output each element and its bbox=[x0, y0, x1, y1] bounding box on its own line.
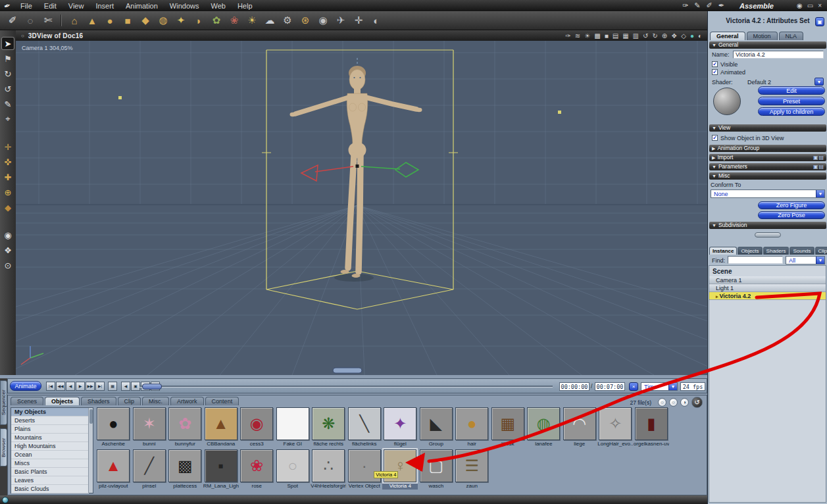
category-ocean[interactable]: Ocean bbox=[11, 451, 89, 459]
tab-clips[interactable]: Clips bbox=[815, 247, 827, 255]
layout-grid-icon[interactable]: ▦ bbox=[622, 32, 628, 39]
menu-insert[interactable]: Insert bbox=[89, 2, 120, 10]
torus-icon[interactable]: ◍ bbox=[156, 13, 170, 28]
translate-plane-tool[interactable]: ✜ bbox=[1, 155, 14, 168]
find-filter-dropdown[interactable]: All ▼ bbox=[786, 256, 825, 265]
dropdown-arrow-icon[interactable]: ▼ bbox=[816, 190, 824, 197]
range-start-button[interactable]: ◀ bbox=[121, 382, 130, 391]
rotate-view-icon[interactable]: ↻ bbox=[652, 32, 657, 39]
category-plains[interactable]: Plains bbox=[11, 425, 89, 434]
section-action-icons[interactable]: ▣▤ bbox=[813, 163, 824, 170]
asset-cess3[interactable]: ◉ cess3 bbox=[239, 407, 275, 447]
target-tool[interactable]: ⌖ bbox=[1, 113, 14, 126]
asset-thumbnail-image[interactable]: ▢ bbox=[420, 449, 453, 482]
asset-lanafee[interactable]: ◍ lanafee bbox=[526, 407, 562, 447]
hourglass-toggle-icon[interactable]: × bbox=[629, 382, 638, 391]
menu-windows[interactable]: Windows bbox=[164, 2, 205, 10]
category-basic-clouds[interactable]: Basic Clouds bbox=[11, 485, 89, 493]
visible-checkbox[interactable]: ✓ bbox=[712, 61, 718, 67]
menu-view[interactable]: View bbox=[63, 2, 90, 10]
category-deserts[interactable]: Deserts bbox=[11, 416, 89, 425]
section-import[interactable]: ▶Import ▣▤ bbox=[709, 154, 826, 161]
asset-thumbnail-image[interactable]: ○ bbox=[276, 449, 309, 482]
section-general[interactable]: ▼General bbox=[709, 41, 826, 49]
menu-web[interactable]: Web bbox=[205, 2, 231, 10]
layout-columns-icon[interactable]: ▥ bbox=[633, 32, 639, 39]
restore-button[interactable]: ▭ bbox=[807, 2, 813, 9]
play-button[interactable]: ▶ bbox=[76, 382, 85, 391]
animate-button[interactable]: Animate bbox=[10, 381, 41, 391]
asset-flaeche-rechts[interactable]: ❋ fläche rechts bbox=[311, 407, 347, 447]
tab-motion[interactable]: Motion bbox=[747, 32, 778, 40]
asset-cbbandana[interactable]: ▲ CBBandana bbox=[203, 407, 239, 447]
cube-icon[interactable]: ■ bbox=[120, 13, 135, 28]
tab-content[interactable]: Content bbox=[205, 397, 239, 405]
asset-hair[interactable]: ● hair bbox=[454, 407, 490, 447]
layout-rows-icon[interactable]: ▤ bbox=[613, 32, 618, 39]
close-button[interactable]: × bbox=[818, 2, 822, 9]
universal-manipulator-tool[interactable]: ⊕ bbox=[1, 186, 14, 199]
display-mode-icon[interactable]: ◐ bbox=[698, 32, 702, 39]
asset-thumbnail-image[interactable]: ▮ bbox=[635, 407, 668, 440]
asset-zaun[interactable]: ☰ zaun bbox=[454, 449, 490, 490]
zero-pose-button[interactable]: Zero Pose bbox=[758, 211, 825, 219]
flower-icon[interactable]: ❀ bbox=[227, 13, 241, 28]
name-field[interactable] bbox=[733, 51, 824, 59]
asset-kiosk[interactable]: ▦ Kiosk bbox=[490, 407, 526, 447]
room-icon-2[interactable]: ○ bbox=[669, 398, 678, 407]
tree-item-victoria-4-2[interactable]: ▸Victoria 4.2 bbox=[709, 292, 826, 300]
gear-icon[interactable]: ⚙ bbox=[280, 13, 295, 28]
scale-tool[interactable]: ✚ bbox=[1, 170, 14, 184]
category-leaves[interactable]: Leaves bbox=[11, 476, 89, 485]
translate-tool[interactable]: ✛ bbox=[1, 140, 14, 153]
cloud-icon[interactable]: ☁ bbox=[263, 13, 277, 28]
category-miscs[interactable]: Miscs bbox=[11, 459, 89, 468]
asset-wasch[interactable]: ▢ wasch bbox=[418, 449, 455, 490]
sphere-icon[interactable]: ● bbox=[103, 13, 117, 28]
zoom-tool[interactable]: ⊙ bbox=[1, 259, 14, 272]
airbrush-icon[interactable]: ✐ bbox=[707, 1, 713, 10]
animated-checkbox[interactable]: ✓ bbox=[712, 69, 718, 75]
pan-view-icon[interactable]: ❖ bbox=[671, 32, 677, 39]
texture-mode-icon[interactable]: ▩ bbox=[594, 32, 600, 39]
current-time-field[interactable]: 00:00:00 bbox=[559, 382, 589, 391]
paint-tool-icon[interactable]: ✐ bbox=[5, 13, 20, 28]
menu-animation[interactable]: Animation bbox=[120, 2, 164, 10]
brush-icon[interactable]: ✑ bbox=[682, 1, 688, 10]
vehicle-icon[interactable]: ✈ bbox=[334, 13, 348, 28]
asset-pinsel[interactable]: ╱ pinsel bbox=[132, 449, 168, 490]
fast-back-button[interactable]: ◀◀ bbox=[56, 382, 65, 391]
tab-general[interactable]: General bbox=[710, 32, 745, 40]
minimize-button[interactable]: ◉ bbox=[797, 2, 803, 9]
section-action-icons[interactable]: ▣▤ bbox=[813, 154, 824, 161]
asset-spot[interactable]: ○ Spot bbox=[275, 449, 311, 490]
menu-file[interactable]: File bbox=[14, 2, 38, 10]
asset-thumbnail-image[interactable]: ◠ bbox=[563, 407, 596, 440]
asset-thumbnail-image[interactable]: ☰ bbox=[455, 449, 488, 482]
time-mode-dropdown[interactable]: Time ▼ bbox=[641, 382, 678, 391]
tab-misc[interactable]: Misc. bbox=[142, 397, 169, 405]
asset-thumbnail-image[interactable]: ◣ bbox=[420, 407, 453, 440]
asset-flaechelinks[interactable]: ╲ flächelinks bbox=[347, 407, 383, 447]
viewport-dot-icon[interactable]: ○ bbox=[21, 33, 24, 39]
snap-frames-button[interactable]: ▦ bbox=[108, 382, 117, 391]
panel-menu-icon[interactable]: ▣ bbox=[815, 17, 824, 26]
asset-fake-gi[interactable]: Fake GI bbox=[275, 407, 311, 447]
tab-shaders[interactable]: Shaders bbox=[763, 247, 789, 255]
tab-browser-side[interactable]: Browser bbox=[0, 428, 7, 466]
layout-single-icon[interactable]: ■ bbox=[605, 32, 609, 39]
scrollbar-thumb[interactable] bbox=[89, 409, 93, 424]
dropdown-arrow-icon[interactable]: ▼ bbox=[816, 257, 824, 264]
tab-artwork[interactable]: Artwork bbox=[170, 397, 204, 405]
tab-sounds[interactable]: Sounds bbox=[789, 247, 814, 255]
fps-field[interactable]: 24 fps bbox=[680, 382, 705, 391]
refresh-icon[interactable]: ↺ bbox=[691, 397, 703, 408]
subdivision-control[interactable] bbox=[755, 232, 781, 238]
asset-vertex-object[interactable]: · Vertex Object bbox=[347, 449, 383, 490]
tab-instance[interactable]: Instance bbox=[709, 247, 737, 255]
asset-thumbnail-image[interactable]: ● bbox=[455, 407, 488, 440]
tree-item-light-1[interactable]: Light 1 bbox=[709, 284, 826, 292]
asset-liege[interactable]: ◠ liege bbox=[562, 407, 598, 447]
hotpoint-tool[interactable]: ◆ bbox=[1, 201, 14, 214]
select-tool[interactable]: ➤ bbox=[1, 37, 14, 50]
